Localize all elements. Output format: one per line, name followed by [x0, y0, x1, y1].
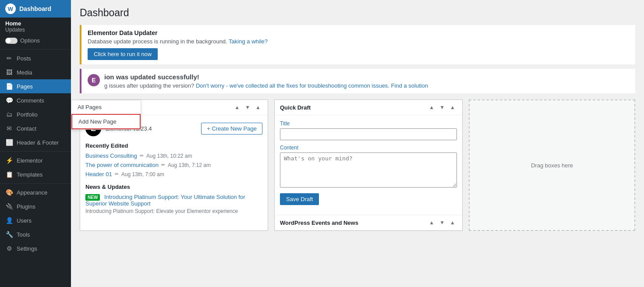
sidebar-item-posts[interactable]: ✏ Posts	[0, 51, 71, 65]
sidebar-title: Dashboard	[19, 5, 51, 12]
posts-icon: ✏	[5, 54, 13, 62]
templates-icon: 📋	[5, 170, 13, 178]
success-title: ion was updated successfully!	[104, 73, 428, 81]
edited-item-1: Business Consulting ✏ Aug 13th, 10:22 am	[85, 152, 262, 159]
elementor-collapse-down[interactable]: ▼	[243, 103, 252, 111]
sidebar-item-media-label: Media	[17, 69, 32, 76]
success-link1[interactable]: Don't worry - we've collected all the fi…	[196, 82, 389, 89]
submenu-all-pages[interactable]: All Pages	[71, 100, 141, 114]
sidebar-home-label[interactable]: Home	[0, 18, 71, 27]
sidebar-item-posts-label: Posts	[17, 55, 31, 62]
drag-boxes-label: Drag boxes here	[531, 162, 573, 169]
edit-pencil-icon-2: ✏	[161, 162, 165, 168]
run-now-button[interactable]: Click here to run it now	[88, 48, 158, 60]
wp-events-collapse-down[interactable]: ▼	[438, 219, 446, 227]
elementor-overview-controls: ▲ ▼ ▲	[233, 103, 262, 111]
edit-date-2: Aug 13th, 7:12 am	[168, 162, 211, 168]
success-link2[interactable]: Find a solution	[391, 82, 428, 89]
edited-item-3: Header 01 ✏ Aug 13th, 7:00 am	[85, 171, 262, 177]
sidebar-item-header-footer-label: Header & Footer	[17, 139, 59, 146]
save-draft-button[interactable]: Save Draft	[280, 193, 319, 205]
pages-icon: 📄	[5, 82, 13, 90]
sidebar-item-appearance-label: Appearance	[17, 189, 47, 196]
elementor-notice-link[interactable]: Taking a while?	[229, 38, 268, 45]
sidebar-item-portfolio[interactable]: 🗂 Portfolio	[0, 107, 71, 121]
sidebar-updates[interactable]: Updates	[0, 27, 71, 35]
plugins-icon: 🔌	[5, 202, 13, 210]
sidebar-divider	[0, 49, 71, 50]
sidebar-item-settings[interactable]: ⚙ Settings	[0, 241, 71, 255]
wp-events-controls: ▲ ▼ ▲	[427, 219, 457, 227]
news-link-1[interactable]: Introducing Platinum Support: Your Ultim…	[85, 194, 245, 207]
page-title: Dashboard	[80, 7, 635, 19]
drag-boxes-area: Drag boxes here	[469, 99, 635, 231]
sidebar-item-users[interactable]: 👤 Users	[0, 213, 71, 227]
sidebar: W Dashboard Home Updates Options ✏ Posts…	[0, 0, 71, 287]
sidebar-item-media[interactable]: 🖼 Media	[0, 65, 71, 79]
create-new-page-button[interactable]: + Create New Page	[201, 123, 262, 135]
edited-link-1[interactable]: Business Consulting	[85, 152, 137, 159]
sidebar-item-comments[interactable]: 💬 Comments	[0, 93, 71, 107]
options-label: Options	[20, 37, 40, 44]
quick-draft-collapse-up[interactable]: ▲	[427, 103, 436, 111]
options-toggle[interactable]	[5, 38, 18, 44]
submenu-add-new-page[interactable]: Add New Page	[71, 114, 141, 129]
elementor-notice: Elementor Data Updater Database update p…	[80, 25, 635, 64]
sidebar-item-contact-label: Contact	[17, 125, 36, 132]
wp-events-collapse-up[interactable]: ▲	[427, 219, 436, 227]
edited-link-2[interactable]: The power of communication	[85, 162, 159, 168]
news-desc-1: Introducing Platinum Support: Elevate yo…	[85, 208, 262, 214]
sidebar-item-pages[interactable]: 📄 Pages	[0, 79, 71, 93]
sidebar-item-contact[interactable]: ✉ Contact	[0, 121, 71, 135]
users-icon: 👤	[5, 216, 13, 224]
success-desc: g issues after updating the version? Don…	[104, 82, 428, 89]
sidebar-header[interactable]: W Dashboard	[0, 0, 71, 18]
sidebar-divider-2	[0, 151, 71, 152]
sidebar-item-elementor[interactable]: ⚡ Elementor	[0, 153, 71, 167]
quick-draft-content: Title Content Save Draft	[275, 115, 462, 210]
news-badge-1: NEW	[85, 194, 100, 201]
wp-events-title: WordPress Events and News	[280, 220, 358, 226]
title-input[interactable]	[280, 128, 457, 140]
quick-draft-header: Quick Draft ▲ ▼ ▲	[275, 100, 462, 115]
title-label: Title	[280, 120, 457, 127]
elementor-close[interactable]: ▲	[254, 103, 262, 111]
sidebar-item-elementor-label: Elementor	[17, 157, 42, 164]
edit-date-1: Aug 13th, 10:22 am	[146, 153, 192, 159]
elementor-overview-content: E Elementor v3.23.4 + Create New Page Re…	[80, 115, 268, 220]
edit-pencil-icon-3: ✏	[115, 171, 119, 177]
sidebar-item-plugins[interactable]: 🔌 Plugins	[0, 199, 71, 213]
elementor-collapse-up[interactable]: ▲	[233, 103, 241, 111]
sidebar-item-appearance[interactable]: 🎨 Appearance	[0, 185, 71, 199]
sidebar-item-tools[interactable]: 🔧 Tools	[0, 227, 71, 241]
quick-draft-title: Quick Draft	[280, 104, 311, 111]
recently-edited-label: Recently Edited	[85, 142, 262, 149]
sidebar-item-header-footer[interactable]: ⬜ Header & Footer	[0, 135, 71, 149]
settings-icon: ⚙	[5, 244, 13, 252]
quick-draft-collapse-down[interactable]: ▼	[438, 103, 446, 111]
edit-date-3: Aug 13th, 7:00 am	[121, 171, 164, 177]
sidebar-item-plugins-label: Plugins	[17, 203, 35, 210]
wp-events-header: WordPress Events and News ▲ ▼ ▲	[275, 215, 462, 230]
news-section: News & Updates NEW Introducing Platinum …	[85, 184, 262, 214]
options-row: Options	[0, 35, 71, 47]
elementor-notice-desc: Database update process is running in th…	[88, 38, 629, 45]
appearance-icon: 🎨	[5, 188, 13, 196]
quick-draft-close[interactable]: ▲	[448, 103, 457, 111]
news-item-1: NEW Introducing Platinum Support: Your U…	[85, 194, 262, 214]
header-footer-icon: ⬜	[5, 138, 13, 146]
content-textarea[interactable]	[280, 152, 457, 188]
pages-submenu: All Pages Add New Page	[71, 100, 141, 130]
sidebar-item-templates[interactable]: 📋 Templates	[0, 167, 71, 181]
comments-icon: 💬	[5, 96, 13, 104]
elementor-notice-title: Elementor Data Updater	[88, 29, 629, 36]
edited-link-3[interactable]: Header 01	[85, 171, 112, 177]
sidebar-item-pages-label: Pages	[17, 83, 33, 90]
tools-icon: 🔧	[5, 230, 13, 238]
quick-draft-box: Quick Draft ▲ ▼ ▲ Title Cont	[274, 99, 463, 231]
wp-events-close[interactable]: ▲	[448, 219, 457, 227]
edit-pencil-icon-1: ✏	[140, 153, 144, 159]
quick-draft-controls: ▲ ▼ ▲	[427, 103, 457, 111]
sidebar-item-users-label: Users	[17, 217, 32, 224]
sidebar-divider-3	[0, 183, 71, 184]
